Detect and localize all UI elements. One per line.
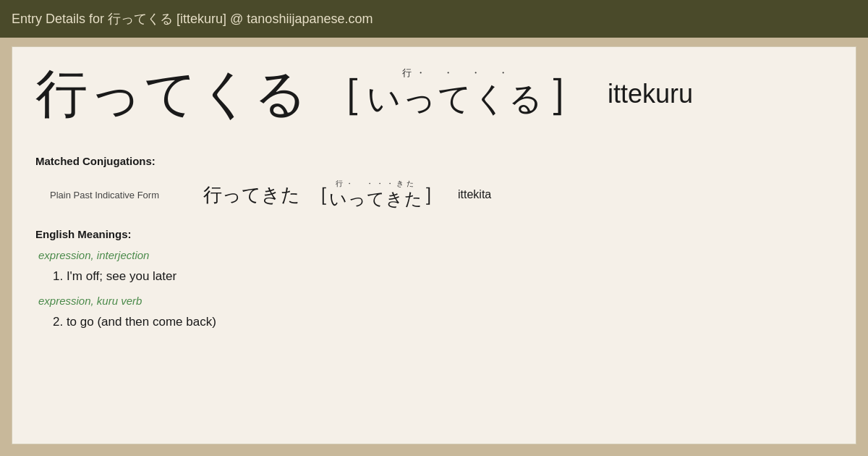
open-bracket: ［ <box>320 64 364 123</box>
conjugations-label: Matched Conjugations: <box>35 155 833 167</box>
conj-kana: いってきた <box>329 187 423 211</box>
conj-romaji: ittekita <box>458 188 491 201</box>
conj-close-bracket: ］ <box>423 181 443 208</box>
main-entry: 行ってくる ［ 行・ ・ ・ ・ いってくる ］ ittekuru <box>35 64 833 135</box>
meaning-block-1: expression, interjection 1. I'm off; see… <box>35 249 833 286</box>
meaning-item-2: 2. to go (and then come back) <box>53 313 833 332</box>
conjugation-row: Plain Past Indicative Form 行ってきた ［ 行・ ・・… <box>35 179 833 211</box>
main-kanji: 行ってくる <box>35 68 309 120</box>
conjugations-section: Matched Conjugations: Plain Past Indicat… <box>35 155 833 211</box>
conjugation-form-label: Plain Past Indicative Form <box>50 190 195 200</box>
conj-bracket-section: ［ 行・ ・・・きた いってきた ］ <box>309 179 443 211</box>
bracket-section: ［ 行・ ・ ・ ・ いってくる ］ <box>320 64 590 123</box>
meaning-block-2: expression, kuru verb 2. to go (and then… <box>35 295 833 332</box>
conjugation-kanji: 行ってきた <box>203 182 300 208</box>
conj-open-bracket: ［ <box>309 181 329 208</box>
pos-label-2: expression, kuru verb <box>38 295 833 307</box>
meaning-item-1: 1. I'm off; see you later <box>53 267 833 286</box>
meanings-label: English Meanings: <box>35 228 833 240</box>
title-bar: Entry Details for 行ってくる [ittekuru] @ tan… <box>0 0 868 38</box>
main-content: 行ってくる ［ 行・ ・ ・ ・ いってくる ］ ittekuru Matche… <box>12 46 856 444</box>
title-text: Entry Details for 行ってくる [ittekuru] @ tan… <box>12 10 373 28</box>
meanings-section: English Meanings: expression, interjecti… <box>35 228 833 331</box>
main-romaji: ittekuru <box>608 79 693 109</box>
pos-label-1: expression, interjection <box>38 249 833 261</box>
main-kana: いってくる <box>367 77 544 122</box>
furigana-reading: 行・ ・ ・ ・ いってくる <box>367 67 544 122</box>
conj-furigana-wrap: 行・ ・・・きた いってきた <box>329 179 423 211</box>
close-bracket: ］ <box>547 64 590 123</box>
